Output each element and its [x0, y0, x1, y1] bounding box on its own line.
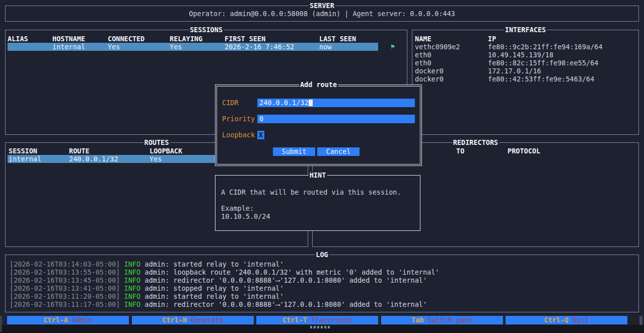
log-timestamp: [2026-02-16T03:13:45-05:00] [10, 276, 120, 284]
shortcut-key: Ctrl-N [162, 316, 187, 324]
log-message: admin: started relay to 'internal' [145, 260, 283, 268]
sessions-col-hostname: HOSTNAME [52, 35, 85, 43]
shortcut-label: Switch pane [428, 316, 473, 324]
shortcut-key: Ctrl-Q [544, 316, 568, 324]
interfaces-panel: INTERFACES NAME IP vethc0909e2 fe80::9c2… [412, 30, 639, 135]
redirectors-col-protocol: PROTOCOL [508, 147, 540, 155]
shortcut-switch-pane[interactable]: Tab Switch pane [381, 316, 503, 324]
cidr-value: 240.0.0.1/32 [259, 99, 309, 107]
interfaces-col-ip: IP [488, 35, 496, 43]
hint-example-value: 10.10.5.0/24 [221, 212, 270, 220]
cancel-button[interactable]: Cancel [317, 147, 360, 156]
log-entry: [2026-02-16T03:13:41-05:00] INFO admin: … [10, 284, 284, 292]
log-entry: [2026-02-16T03:14:03-05:00] INFO admin: … [10, 260, 284, 268]
loopback-label: Loopback [222, 131, 255, 139]
log-level: INFO [124, 300, 141, 308]
log-entry: [2026-02-16T03:11:20-05:00] INFO admin: … [10, 292, 284, 300]
flag-icon: ⚑ [391, 43, 395, 51]
priority-input[interactable]: 0 [257, 115, 415, 123]
interface-ip: fe80::82c:15ff:fe98:ee55/64 [488, 59, 598, 67]
priority-value: 0 [259, 115, 263, 123]
log-message: admin: redirector '0.0.0.0:8888'⟶'127.0.… [145, 300, 427, 308]
log-message: admin: started relay to 'internal' [145, 292, 283, 300]
scrollbar-fragment[interactable] [639, 316, 642, 325]
route-session: internal [9, 155, 41, 163]
loopback-checkbox[interactable]: X [257, 131, 264, 139]
interfaces-col-name: NAME [415, 35, 432, 43]
session-relaying: Yes [170, 43, 182, 51]
shortcut-key: Ctrl-T [282, 316, 307, 324]
hint-example-label: Example: [221, 204, 254, 212]
add-route-dialog: Add route CIDR 240.0.0.1/32 Priority 0 L… [215, 85, 422, 166]
sessions-col-relaying: RELAYING [170, 35, 202, 43]
log-entry: [2026-02-16T03:11:17-05:00] INFO admin: … [10, 300, 427, 308]
log-timestamp: [2026-02-16T03:13:41-05:00] [10, 284, 120, 292]
shortcut-quit[interactable]: Ctrl-Q Quit [506, 316, 627, 324]
server-panel-title: SERVER [309, 2, 335, 10]
route-cidr: 240.0.0.1/32 [69, 155, 118, 163]
submit-button[interactable]: Submit [273, 147, 315, 156]
log-level: INFO [124, 276, 141, 284]
operator-status-line: Operator: admin@0.0.0.0:58008 (admin) | … [6, 10, 638, 18]
shortcut-label: Quit [573, 316, 589, 324]
shortcut-label: Generate [191, 316, 224, 324]
shortcut-label: Admin [72, 316, 93, 324]
add-route-dialog-title: Add route [299, 80, 338, 89]
log-timestamp: [2026-02-16T03:11:20-05:00] [10, 292, 120, 300]
terminal-background: SERVER Operator: admin@0.0.0.0:58008 (ad… [0, 0, 644, 325]
log-message: admin: stopped relay to 'internal' [145, 284, 283, 292]
sessions-col-connected: CONNECTED [108, 35, 145, 43]
session-row-internal[interactable]: internal Yes Yes 2026-2-16 7:46:52 now [8, 43, 378, 51]
server-panel: SERVER Operator: admin@0.0.0.0:58008 (ad… [5, 6, 639, 22]
interface-name: eth0 [415, 51, 432, 59]
session-last-seen: now [319, 43, 331, 51]
interface-ip: 10.49.145.139/18 [488, 51, 553, 59]
routes-col-route: ROUTE [69, 147, 90, 155]
hint-text: A CIDR that will be routed via this sess… [221, 188, 401, 196]
sessions-col-alias: ALIAS [8, 35, 28, 43]
sessions-panel-title: SESSIONS [189, 26, 224, 34]
shortcut-key: Ctrl-A [43, 316, 68, 324]
log-panel: LOG [2026-02-16T03:14:03-05:00] INFO adm… [5, 255, 639, 312]
shortcut-traceroute[interactable]: Ctrl-T Traceroute [256, 316, 378, 324]
cidr-input[interactable]: 240.0.0.1/32 [257, 99, 415, 107]
log-level: INFO [124, 260, 141, 268]
interface-ip: 172.17.0.1/16 [488, 67, 541, 75]
taskbar-dots [310, 326, 330, 328]
interface-ip: fe80::9c2b:21ff:fe94:169a/64 [488, 43, 603, 51]
interface-ip: fe80::42:53ff:fe9e:5463/64 [488, 75, 594, 83]
session-hostname: internal [52, 43, 85, 51]
interface-name: vethc0909e2 [415, 43, 460, 51]
session-connected: Yes [108, 43, 120, 51]
routes-col-session: SESSION [9, 147, 37, 155]
routes-panel-title: ROUTES [144, 138, 170, 146]
sessions-col-last-seen: LAST SEEN [319, 35, 356, 43]
priority-label: Priority [222, 115, 255, 123]
interface-name: eth0 [415, 59, 432, 67]
shortcut-key: Tab [411, 316, 423, 324]
route-loopback: Yes [150, 155, 162, 163]
interface-name: docker0 [415, 67, 444, 75]
interface-name: docker0 [415, 75, 444, 83]
shortcut-label: Traceroute [311, 316, 352, 324]
sessions-col-first-seen: FIRST SEEN [225, 35, 265, 43]
redirectors-col-to: TO [456, 147, 464, 155]
shortcut-admin[interactable]: Ctrl-A Admin [7, 316, 129, 324]
interfaces-panel-title: INTERFACES [504, 26, 547, 34]
log-message: admin: loopback route '240.0.0.1/32' wit… [145, 268, 439, 276]
log-timestamp: [2026-02-16T03:11:17-05:00] [10, 300, 120, 308]
hint-box: HINT A CIDR that will be routed via this… [215, 175, 420, 231]
left-edge-dashes [0, 316, 2, 331]
log-timestamp: [2026-02-16T03:14:03-05:00] [10, 260, 120, 268]
log-message: admin: redirector '0.0.0.0:8888'⟶'127.0.… [145, 276, 427, 284]
log-entry: [2026-02-16T03:13:55-05:00] INFO admin: … [10, 268, 439, 276]
log-level: INFO [124, 292, 141, 300]
log-level: INFO [124, 268, 141, 276]
shortcut-generate[interactable]: Ctrl-N Generate [132, 316, 254, 324]
routes-col-loopback: LOOPBACK [150, 147, 182, 155]
log-entry: [2026-02-16T03:13:45-05:00] INFO admin: … [10, 276, 427, 284]
log-panel-title: LOG [315, 251, 329, 259]
session-first-seen: 2026-2-16 7:46:52 [225, 43, 294, 51]
log-level: INFO [124, 284, 141, 292]
log-timestamp: [2026-02-16T03:13:55-05:00] [10, 268, 120, 276]
